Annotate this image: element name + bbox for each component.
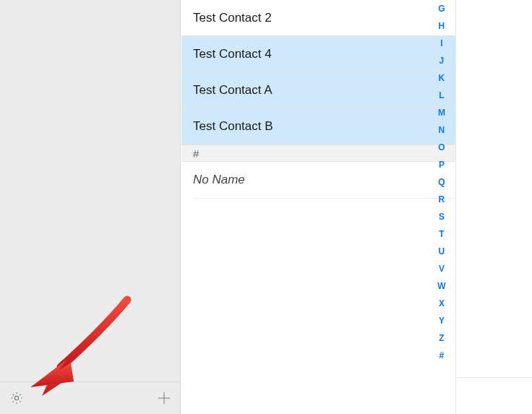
alpha-index-item[interactable]: N <box>439 126 445 134</box>
sidebar-toolbar <box>0 381 181 414</box>
contact-row[interactable]: Test Contact B <box>181 108 455 145</box>
alpha-index-item[interactable]: M <box>438 108 445 117</box>
alpha-index-item[interactable]: R <box>439 195 445 204</box>
alpha-index-item[interactable]: W <box>437 282 446 290</box>
alpha-index-item[interactable]: H <box>439 22 445 30</box>
alpha-index-item[interactable]: T <box>439 230 445 238</box>
contact-label: Test Contact B <box>193 119 273 134</box>
contact-row-no-name[interactable]: No Name <box>181 162 455 198</box>
alpha-index-item[interactable]: # <box>439 351 445 360</box>
contact-row[interactable]: Test Contact A <box>181 72 455 108</box>
alpha-index-item[interactable]: Y <box>439 316 445 325</box>
sidebar <box>0 0 181 414</box>
contact-label: Test Contact 2 <box>193 11 272 25</box>
alpha-index: G H I J K L M N O P Q R S T U V W X Y Z … <box>431 4 452 360</box>
contacts-list: Test Contact 2 Test Contact 4 Test Conta… <box>181 0 456 414</box>
section-header: # <box>181 145 455 162</box>
divider <box>193 198 455 199</box>
gear-icon[interactable] <box>9 390 25 406</box>
alpha-index-item[interactable]: P <box>439 160 445 169</box>
alpha-index-item[interactable]: I <box>440 39 443 48</box>
alpha-index-item[interactable]: G <box>438 4 445 13</box>
section-header-label: # <box>193 147 199 160</box>
contact-label: Test Contact A <box>193 83 273 98</box>
alpha-index-item[interactable]: J <box>439 56 445 65</box>
alpha-index-item[interactable]: X <box>439 299 445 308</box>
plus-icon[interactable] <box>156 390 172 406</box>
alpha-index-item[interactable]: S <box>439 212 445 221</box>
contact-label: Test Contact 4 <box>193 47 272 61</box>
alpha-index-item[interactable]: L <box>439 91 445 100</box>
divider <box>457 377 532 378</box>
alpha-index-item[interactable]: O <box>438 143 445 152</box>
detail-panel <box>456 0 532 414</box>
contact-label: No Name <box>193 173 245 187</box>
contact-row[interactable]: Test Contact 4 <box>181 36 455 72</box>
alpha-index-item[interactable]: K <box>439 74 445 82</box>
contact-row[interactable]: Test Contact 2 <box>181 0 455 36</box>
alpha-index-item[interactable]: V <box>439 264 445 273</box>
alpha-index-item[interactable]: Z <box>439 334 445 342</box>
alpha-index-item[interactable]: Q <box>438 178 445 186</box>
alpha-index-item[interactable]: U <box>439 247 445 256</box>
svg-point-0 <box>14 396 18 400</box>
